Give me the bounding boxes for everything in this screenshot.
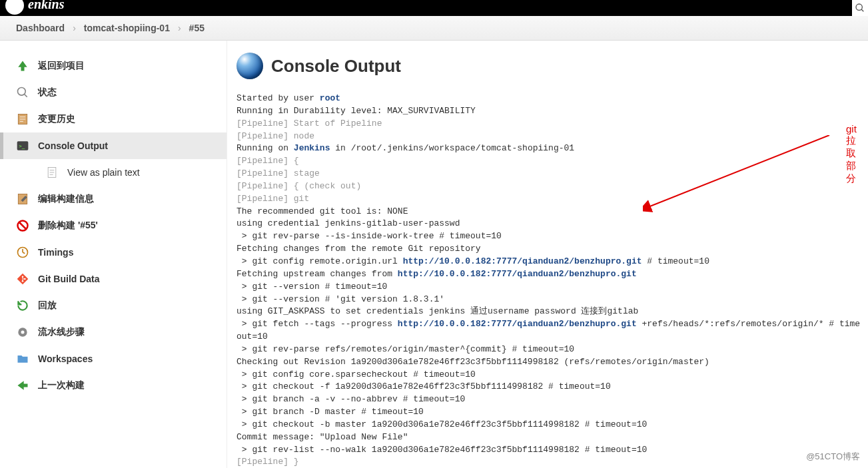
main-content: Console Output Started by user root Runn… [226, 41, 868, 468]
terminal-icon: >_ [15, 138, 30, 153]
document-icon [45, 165, 59, 180]
no-entry-icon [15, 218, 30, 233]
watermark: @51CTO博客 [806, 451, 860, 463]
git-icon [15, 272, 30, 286]
chevron-right-icon: › [178, 23, 181, 33]
svg-line-1 [861, 9, 863, 11]
svg-point-2 [18, 88, 26, 96]
node-link[interactable]: Jenkins [294, 143, 330, 153]
git-url-link[interactable]: http://10.0.0.182:7777/qianduan2/benzhup… [403, 256, 642, 266]
sidebar-item-label: Console Output [38, 140, 108, 151]
sidebar-item-edit-build[interactable]: 编辑构建信息 [0, 186, 226, 212]
jenkins-logo[interactable]: enkins [5, 0, 64, 15]
sidebar-item-label: Timings [38, 247, 73, 258]
arrow-up-icon [15, 59, 30, 73]
sidebar-item-label: 上一次构建 [38, 379, 85, 391]
svg-line-3 [25, 95, 27, 97]
sidebar-item-label: 回放 [38, 300, 57, 312]
annotation-label: git拉取部分 [846, 123, 861, 185]
svg-point-26 [21, 331, 25, 334]
sidebar: 返回到项目 状态 变更历史 >_ Console Output View as … [0, 41, 226, 468]
page-title: Console Output [236, 53, 861, 79]
folder-icon [15, 351, 30, 366]
sidebar-item-label: 编辑构建信息 [38, 193, 94, 205]
clipboard-icon [15, 112, 30, 126]
jenkins-icon [5, 0, 24, 15]
sidebar-item-label: 删除构建 '#55' [38, 220, 98, 232]
sidebar-item-timings[interactable]: Timings [0, 239, 226, 266]
sidebar-item-label: 返回到项目 [38, 60, 85, 72]
breadcrumb-item[interactable]: #55 [189, 23, 205, 33]
sidebar-item-prev-build[interactable]: 上一次构建 [0, 372, 226, 399]
sidebar-item-plain-text[interactable]: View as plain text [0, 159, 226, 186]
svg-text:>_: >_ [19, 143, 25, 149]
sidebar-item-replay[interactable]: 回放 [0, 292, 226, 319]
console-log: Started by user root Running in Durabili… [236, 93, 861, 468]
sidebar-item-label: Git Build Data [38, 274, 100, 284]
sidebar-item-label: View as plain text [67, 167, 140, 178]
sidebar-item-workspaces[interactable]: Workspaces [0, 346, 226, 372]
edit-icon [15, 192, 30, 206]
git-url-link[interactable]: http://10.0.0.182:7777/qianduan2/benzhup… [398, 319, 637, 329]
sidebar-item-status[interactable]: 状态 [0, 79, 226, 106]
breadcrumb-item[interactable]: Dashboard [16, 23, 65, 33]
arrow-left-icon [15, 378, 30, 393]
sidebar-item-pipeline-steps[interactable]: 流水线步骤 [0, 319, 226, 346]
gear-icon [15, 325, 30, 340]
user-link[interactable]: root [320, 93, 340, 103]
svg-point-0 [856, 4, 862, 10]
sidebar-item-label: 变更历史 [38, 113, 75, 125]
sidebar-item-console-output[interactable]: >_ Console Output [0, 132, 226, 159]
sidebar-item-back[interactable]: 返回到项目 [0, 53, 226, 79]
search-icon [855, 3, 865, 13]
clock-icon [15, 245, 30, 260]
search-icon [15, 85, 30, 100]
sidebar-item-changes[interactable]: 变更历史 [0, 106, 226, 132]
top-header: enkins [0, 0, 868, 16]
page-title-text: Console Output [271, 56, 401, 77]
breadcrumb-item[interactable]: tomcat-shopiing-01 [84, 23, 170, 33]
sidebar-item-label: 状态 [38, 87, 57, 99]
svg-line-16 [19, 222, 26, 229]
breadcrumb: Dashboard › tomcat-shopiing-01 › #55 [0, 16, 868, 41]
sidebar-item-label: 流水线步骤 [38, 326, 85, 338]
sidebar-item-label: Workspaces [38, 353, 93, 364]
chevron-right-icon: › [73, 23, 76, 33]
sidebar-item-delete-build[interactable]: 删除构建 '#55' [0, 212, 226, 239]
git-url-link[interactable]: http://10.0.0.182:7777/qianduan2/benzhup… [398, 269, 637, 279]
app-name: enkins [28, 0, 64, 12]
sidebar-item-git-data[interactable]: Git Build Data [0, 266, 226, 292]
search-button[interactable] [852, 0, 868, 16]
orb-icon [236, 53, 263, 79]
replay-icon [15, 298, 30, 313]
